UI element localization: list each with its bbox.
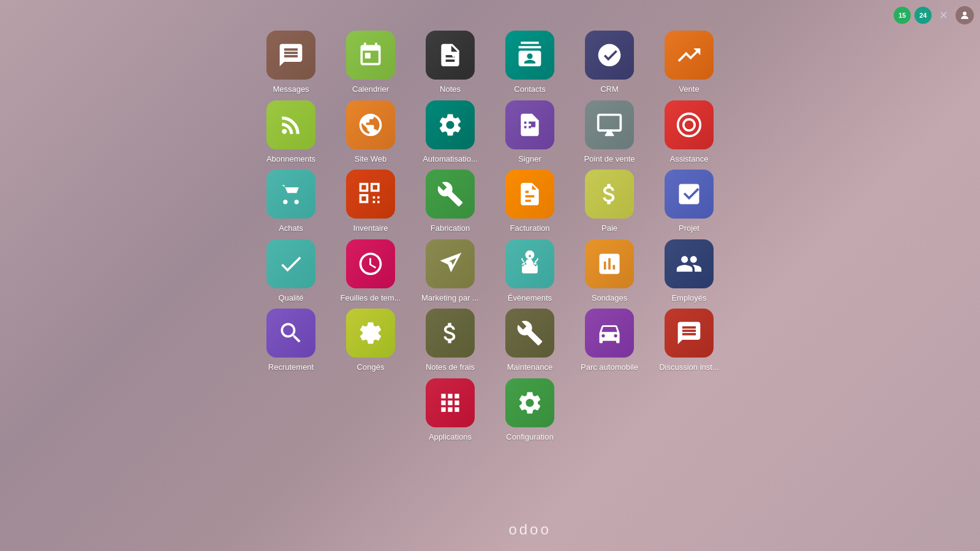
app-icon-fabrication xyxy=(426,170,475,219)
app-icon-notes-de-frais xyxy=(426,309,475,358)
app-row-1: AbonnementsSite WebAutomatisatio...Signe… xyxy=(257,100,723,164)
app-icon-inventaire xyxy=(346,170,395,219)
app-icon-qualite xyxy=(266,239,315,288)
app-item-maintenance[interactable]: Maintenance xyxy=(496,309,564,372)
app-item-facturation[interactable]: Facturation xyxy=(496,170,564,233)
app-item-marketing[interactable]: Marketing par ... xyxy=(417,239,484,303)
app-item-notes[interactable]: Notes xyxy=(417,31,484,94)
app-row-0: MessagesCalendrierNotesContactsCRMVente xyxy=(257,31,723,94)
app-row-2: AchatsInventaireFabricationFacturationPa… xyxy=(257,170,723,233)
app-item-vente[interactable]: Vente xyxy=(655,31,723,94)
app-item-fabrication[interactable]: Fabrication xyxy=(417,170,484,233)
app-icon-notes xyxy=(426,31,475,80)
top-controls: 15 24 ✕ xyxy=(894,6,974,24)
app-label-messages: Messages xyxy=(273,84,309,94)
app-icon-messages xyxy=(266,31,315,80)
app-icon-paie xyxy=(585,170,634,219)
app-label-signer: Signer xyxy=(518,154,541,164)
app-label-achats: Achats xyxy=(279,223,303,233)
app-row-3: QualitéFeuilles de tem...Marketing par .… xyxy=(257,239,723,303)
app-label-sondages: Sondages xyxy=(592,293,628,303)
app-icon-automatisation xyxy=(426,100,475,149)
app-item-sondages[interactable]: Sondages xyxy=(576,239,643,303)
app-item-site-web[interactable]: Site Web xyxy=(337,100,404,164)
app-icon-marketing xyxy=(426,239,475,288)
app-grid: MessagesCalendrierNotesContactsCRMVenteA… xyxy=(0,18,980,454)
app-label-feuilles-de-temps: Feuilles de tem... xyxy=(341,293,401,303)
app-item-parc-automobile[interactable]: Parc automobile xyxy=(576,309,643,372)
app-item-signer[interactable]: Signer xyxy=(496,100,564,164)
app-icon-vente xyxy=(665,31,714,80)
app-item-notes-de-frais[interactable]: Notes de frais xyxy=(417,309,484,372)
app-item-configuration[interactable]: Configuration xyxy=(496,378,564,442)
app-icon-conges xyxy=(346,309,395,358)
app-icon-facturation xyxy=(505,170,554,219)
app-label-notes: Notes xyxy=(440,84,461,94)
app-row-4: RecrutementCongésNotes de fraisMaintenan… xyxy=(257,309,723,372)
app-label-contacts: Contacts xyxy=(514,84,545,94)
app-item-contacts[interactable]: Contacts xyxy=(496,31,564,94)
app-icon-recrutement xyxy=(266,309,315,358)
svg-point-2 xyxy=(684,119,695,130)
app-label-conges: Congés xyxy=(357,362,385,372)
app-icon-site-web xyxy=(346,100,395,149)
app-icon-assistance xyxy=(665,100,714,149)
close-button[interactable]: ✕ xyxy=(935,7,952,23)
app-item-achats[interactable]: Achats xyxy=(257,170,325,233)
app-row-5: ApplicationsConfiguration xyxy=(417,378,564,442)
app-label-calendrier: Calendrier xyxy=(352,84,389,94)
app-icon-discussion xyxy=(665,309,714,358)
app-icon-contacts xyxy=(505,31,554,80)
app-label-point-de-vente: Point de vente xyxy=(584,154,635,164)
svg-point-0 xyxy=(963,12,967,15)
app-label-assistance: Assistance xyxy=(670,154,709,164)
app-item-inventaire[interactable]: Inventaire xyxy=(337,170,404,233)
app-icon-parc-automobile xyxy=(585,309,634,358)
app-item-projet[interactable]: Projet xyxy=(655,170,723,233)
app-label-notes-de-frais: Notes de frais xyxy=(426,362,475,372)
app-item-assistance[interactable]: Assistance xyxy=(655,100,723,164)
app-label-applications: Applications xyxy=(429,432,472,442)
app-label-maintenance: Maintenance xyxy=(507,362,552,372)
app-label-facturation: Facturation xyxy=(510,223,549,233)
app-icon-calendrier xyxy=(346,31,395,80)
app-item-paie[interactable]: Paie xyxy=(576,170,643,233)
app-label-site-web: Site Web xyxy=(355,154,387,164)
app-item-applications[interactable]: Applications xyxy=(417,378,484,442)
user-avatar[interactable] xyxy=(956,6,974,24)
app-item-crm[interactable]: CRM xyxy=(576,31,643,94)
app-label-crm: CRM xyxy=(600,84,619,94)
app-item-automatisation[interactable]: Automatisatio... xyxy=(417,100,484,164)
app-item-feuilles-de-temps[interactable]: Feuilles de tem... xyxy=(337,239,404,303)
app-item-conges[interactable]: Congés xyxy=(337,309,404,372)
app-icon-abonnements xyxy=(266,100,315,149)
notification-badge-1[interactable]: 15 xyxy=(894,7,911,24)
app-item-recrutement[interactable]: Recrutement xyxy=(257,309,325,372)
app-label-parc-automobile: Parc automobile xyxy=(581,362,638,372)
app-label-vente: Vente xyxy=(679,84,699,94)
app-label-configuration: Configuration xyxy=(506,432,553,442)
odoo-logo: odoo xyxy=(429,514,551,539)
app-icon-crm xyxy=(585,31,634,80)
app-icon-configuration xyxy=(505,378,554,427)
app-item-discussion[interactable]: Discussion inst... xyxy=(655,309,723,372)
app-label-inventaire: Inventaire xyxy=(353,223,388,233)
app-icon-point-de-vente xyxy=(585,100,634,149)
app-label-recrutement: Recrutement xyxy=(268,362,314,372)
app-item-messages[interactable]: Messages xyxy=(257,31,325,94)
app-label-employes: Employés xyxy=(671,293,706,303)
app-label-paie: Paie xyxy=(601,223,617,233)
app-icon-signer xyxy=(505,100,554,149)
app-icon-sondages xyxy=(585,239,634,288)
app-item-evenements[interactable]: Évènements xyxy=(496,239,564,303)
app-icon-achats xyxy=(266,170,315,219)
app-item-point-de-vente[interactable]: Point de vente xyxy=(576,100,643,164)
app-label-abonnements: Abonnements xyxy=(266,154,315,164)
app-item-abonnements[interactable]: Abonnements xyxy=(257,100,325,164)
app-icon-applications xyxy=(426,378,475,427)
app-item-qualite[interactable]: Qualité xyxy=(257,239,325,303)
notification-badge-2[interactable]: 24 xyxy=(914,7,932,24)
app-item-employes[interactable]: Employés xyxy=(655,239,723,303)
app-label-fabrication: Fabrication xyxy=(431,223,470,233)
app-item-calendrier[interactable]: Calendrier xyxy=(337,31,404,94)
